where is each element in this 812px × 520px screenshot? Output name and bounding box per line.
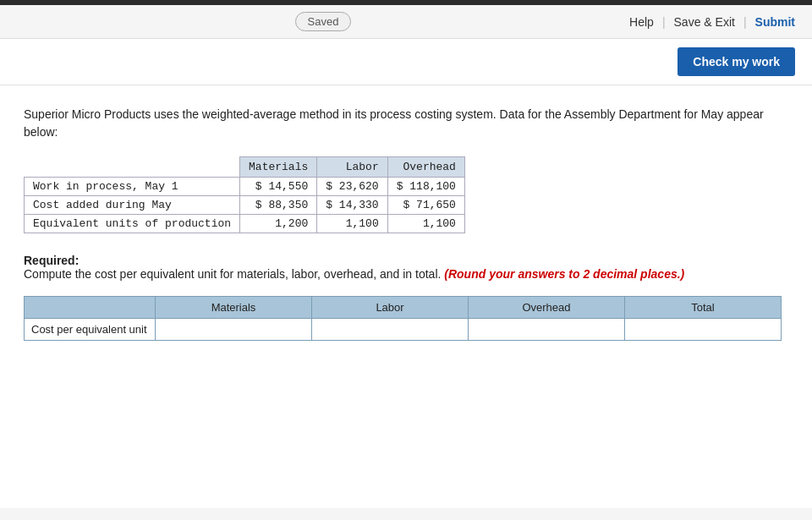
overhead-input-cell[interactable] [469, 319, 625, 341]
wip-labor: $ 23,620 [317, 178, 387, 196]
intro-text: Superior Micro Products uses the weighte… [24, 106, 788, 141]
divider2: | [743, 15, 747, 29]
answer-col-materials: Materials [156, 297, 312, 319]
table-row: Cost added during May $ 88,350 $ 14,330 … [25, 196, 465, 215]
wip-materials: $ 14,550 [240, 178, 317, 196]
main-content: Superior Micro Products uses the weighte… [0, 85, 812, 508]
data-table-wrapper: Materials Labor Overhead Work in process… [24, 156, 788, 233]
table-row: Work in process, May 1 $ 14,550 $ 23,620… [25, 178, 465, 196]
submit-link[interactable]: Submit [755, 15, 795, 29]
header: Saved Help | Save & Exit | Submit [0, 5, 812, 39]
action-bar: Check my work [0, 39, 812, 85]
instruction-plain: Compute the cost per equivalent unit for… [24, 267, 441, 281]
required-label: Required: [24, 254, 79, 267]
instruction-highlight: (Round your answers to 2 decimal places.… [444, 267, 684, 281]
answer-table: Materials Labor Overhead Total Cost per … [24, 296, 782, 341]
help-link[interactable]: Help [629, 15, 654, 29]
equiv-materials: 1,200 [240, 215, 317, 233]
labor-input-cell[interactable] [312, 319, 469, 341]
equiv-labor: 1,100 [317, 215, 387, 233]
labor-input[interactable] [319, 323, 461, 336]
saved-badge: Saved [295, 12, 352, 31]
answer-col-labor: Labor [312, 297, 469, 319]
answer-col-empty [25, 297, 156, 319]
data-table: Materials Labor Overhead Work in process… [24, 156, 465, 233]
row-label-cost-added: Cost added during May [25, 196, 240, 215]
row-label-wip: Work in process, May 1 [25, 178, 240, 196]
col-header-overhead: Overhead [387, 157, 464, 178]
materials-input-cell[interactable] [156, 319, 312, 341]
col-header-materials: Materials [240, 157, 317, 178]
header-right: Help | Save & Exit | Submit [629, 15, 795, 29]
required-section: Required: Compute the cost per equivalen… [24, 254, 788, 281]
wip-overhead: $ 118,100 [387, 178, 464, 196]
total-input[interactable] [632, 323, 774, 336]
row-label-equiv-units: Equivalent units of production [25, 215, 240, 233]
col-header-labor: Labor [317, 157, 387, 178]
check-work-button[interactable]: Check my work [678, 47, 795, 76]
answer-row: Cost per equivalent unit [25, 319, 782, 341]
materials-input[interactable] [162, 323, 304, 336]
header-left: Saved [17, 12, 629, 31]
total-input-cell[interactable] [625, 319, 782, 341]
overhead-input[interactable] [475, 323, 617, 336]
cost-labor: $ 14,330 [317, 196, 387, 215]
save-exit-link[interactable]: Save & Exit [674, 15, 735, 29]
answer-row-label: Cost per equivalent unit [25, 319, 156, 341]
cost-materials: $ 88,350 [240, 196, 317, 215]
table-row: Equivalent units of production 1,200 1,1… [25, 215, 465, 233]
equiv-overhead: 1,100 [387, 215, 464, 233]
answer-col-total: Total [625, 297, 782, 319]
divider1: | [662, 15, 666, 29]
cost-overhead: $ 71,650 [387, 196, 464, 215]
required-instruction: Compute the cost per equivalent unit for… [24, 267, 788, 281]
answer-col-overhead: Overhead [469, 297, 625, 319]
